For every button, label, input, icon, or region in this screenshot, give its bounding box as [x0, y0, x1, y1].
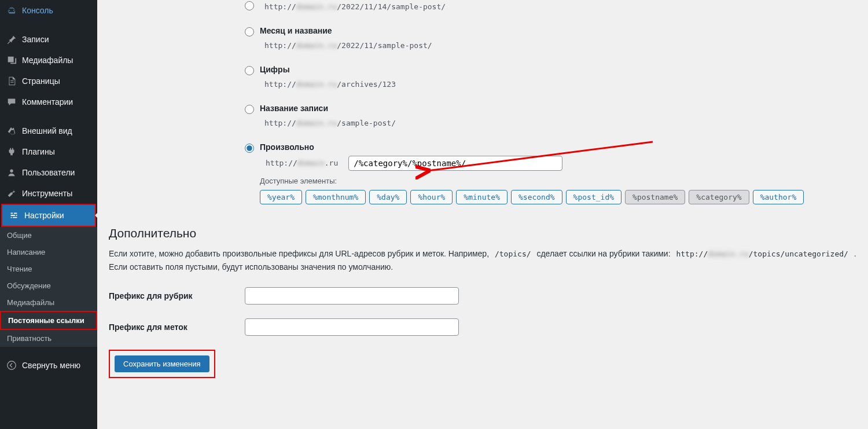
sidebar-item-label: Внешний вид: [22, 126, 72, 135]
submenu-item-privacy[interactable]: Приватность: [0, 330, 97, 347]
save-button[interactable]: Сохранить изменения: [115, 355, 209, 372]
available-tags-label: Доступные элементы:: [260, 177, 856, 185]
permalink-option-month-name: Месяц и название http://domain.ru/2022/1…: [245, 26, 856, 52]
radio-month-name[interactable]: [245, 27, 254, 36]
tag-minute[interactable]: %minute%: [456, 190, 507, 204]
tag-base-label: Префикс для меток: [109, 322, 245, 332]
sidebar-item-media[interactable]: Медиафайлы: [0, 50, 97, 71]
sidebar-item-label: Консоль: [22, 6, 53, 15]
tag-year[interactable]: %year%: [260, 190, 302, 204]
code-topics: /topics/: [491, 248, 535, 259]
sidebar-item-label: Медиафайлы: [22, 56, 73, 65]
tag-base-row: Префикс для меток: [109, 318, 856, 336]
sidebar-item-label: Плагины: [22, 147, 55, 156]
optional-description: Если хотите, можно добавить произвольные…: [109, 247, 856, 273]
radio-postname[interactable]: [245, 105, 254, 114]
sidebar-item-tools[interactable]: Инструменты: [0, 183, 97, 204]
dashboard-icon: [6, 5, 17, 16]
tag-postname[interactable]: %postname%: [625, 190, 685, 204]
radio-day-name[interactable]: [245, 1, 254, 10]
sidebar-item-label: Настройки: [24, 211, 64, 220]
media-icon: [6, 54, 17, 66]
custom-structure-input[interactable]: [348, 156, 562, 171]
admin-sidebar: Консоль Записи Медиафайлы Страницы Комме…: [0, 0, 97, 429]
sidebar-item-posts[interactable]: Записи: [0, 29, 97, 50]
appearance-icon: [6, 125, 17, 137]
tag-hour[interactable]: %hour%: [410, 190, 453, 204]
url-prefix: http://domain.ru: [260, 155, 344, 171]
sidebar-item-label: Страницы: [22, 76, 60, 86]
sidebar-item-plugins[interactable]: Плагины: [0, 141, 97, 162]
submenu-item-media[interactable]: Медиафайлы: [0, 294, 97, 311]
tag-category[interactable]: %category%: [689, 190, 749, 204]
sidebar-item-settings[interactable]: Настройки: [2, 205, 95, 226]
collapse-icon: [6, 360, 17, 371]
permalink-option-day-name: http://domain.ru/2022/11/14/sample-post/: [245, 0, 856, 13]
tag-second[interactable]: %second%: [511, 190, 562, 204]
svg-point-0: [8, 361, 16, 369]
sidebar-item-label: Записи: [22, 35, 49, 44]
category-base-input[interactable]: [245, 287, 459, 305]
permalink-option-postname: Название записи http://domain.ru/sample-…: [245, 104, 856, 130]
sidebar-item-label: Инструменты: [22, 189, 72, 198]
sidebar-collapse-label: Свернуть меню: [22, 361, 80, 370]
url-sample: http://domain.ru/2022/11/sample-post/: [260, 39, 437, 52]
url-sample: http://domain.ru/archives/123: [260, 78, 400, 91]
pages-icon: [6, 75, 17, 87]
tools-icon: [6, 188, 17, 199]
tag-day[interactable]: %day%: [369, 190, 407, 204]
url-sample: http://domain.ru/2022/11/14/sample-post/: [260, 0, 450, 13]
tags-row: %year%%monthnum%%day%%hour%%minute%%seco…: [260, 190, 856, 204]
option-label: Месяц и название: [260, 26, 856, 35]
permalink-options: http://domain.ru/2022/11/14/sample-post/…: [245, 0, 856, 204]
submit-highlight: Сохранить изменения: [109, 350, 215, 378]
tag-monthnum[interactable]: %monthnum%: [306, 190, 366, 204]
optional-heading: Дополнительно: [109, 226, 856, 240]
sidebar-item-dashboard[interactable]: Консоль: [0, 0, 97, 21]
tag-post_id[interactable]: %post_id%: [566, 190, 621, 204]
sidebar-item-appearance[interactable]: Внешний вид: [0, 120, 97, 141]
settings-icon: [8, 210, 20, 221]
submenu-item-writing[interactable]: Написание: [0, 244, 97, 261]
sidebar-item-label: Комментарии: [22, 97, 73, 107]
option-label: Название записи: [260, 104, 856, 113]
submenu-item-general[interactable]: Общие: [0, 227, 97, 244]
permalink-option-custom: Произвольно http://domain.ru Доступные э…: [245, 142, 856, 204]
users-icon: [6, 167, 17, 178]
submenu-item-reading[interactable]: Чтение: [0, 261, 97, 277]
settings-submenu: Общие Написание Чтение Обсуждение Медиаф…: [0, 227, 97, 347]
permalink-option-numeric: Цифры http://domain.ru/archives/123: [245, 65, 856, 91]
sidebar-item-label: Пользователи: [22, 168, 75, 177]
sidebar-item-users[interactable]: Пользователи: [0, 162, 97, 183]
submenu-item-discussion[interactable]: Обсуждение: [0, 277, 97, 294]
submenu-item-permalinks[interactable]: Постоянные ссылки: [1, 312, 96, 329]
url-sample: http://domain.ru/sample-post/: [260, 116, 400, 130]
pin-icon: [6, 34, 17, 45]
option-label: Цифры: [260, 65, 856, 74]
sidebar-collapse[interactable]: Свернуть меню: [0, 355, 97, 376]
plugins-icon: [6, 146, 17, 157]
comments-icon: [6, 96, 17, 108]
main-content: http://domain.ru/2022/11/14/sample-post/…: [97, 0, 868, 429]
radio-custom[interactable]: [245, 144, 254, 153]
radio-numeric[interactable]: [245, 66, 254, 75]
code-topics-url: http://domain.ru/topics/uncategorized/: [672, 248, 851, 259]
sidebar-item-pages[interactable]: Страницы: [0, 71, 97, 91]
option-label: Произвольно: [260, 142, 856, 152]
sidebar-item-comments[interactable]: Комментарии: [0, 91, 97, 112]
category-base-label: Префикс для рубрик: [109, 291, 245, 300]
tag-author[interactable]: %author%: [753, 190, 804, 204]
category-base-row: Префикс для рубрик: [109, 287, 856, 305]
tag-base-input[interactable]: [245, 318, 459, 336]
